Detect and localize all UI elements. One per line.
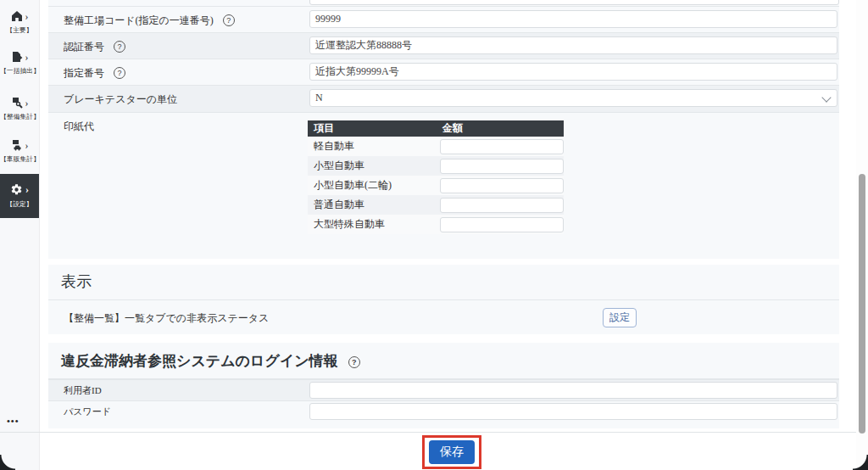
sidebar-item-vehicle-sales-summary[interactable]: › 【車販集計】 <box>0 137 39 166</box>
user-id-input[interactable] <box>309 382 837 399</box>
highlight-annotation-box: 保存 <box>422 435 481 469</box>
table-row: 軽自動車 <box>308 137 564 156</box>
form-row-certification-number: 認証番号 ? <box>48 32 839 59</box>
sidebar-item-batch-export[interactable]: › 【一括抽出】 <box>0 49 39 78</box>
certification-number-input[interactable] <box>309 36 837 54</box>
scrollbar-thumb[interactable] <box>859 174 865 434</box>
chevron-down-icon <box>821 92 831 102</box>
row-label: 軽自動車 <box>308 139 440 154</box>
selected-option: N <box>315 92 323 104</box>
sidebar-item-label: 【車販集計】 <box>0 154 39 164</box>
home-icon <box>11 10 23 22</box>
chevron-right-icon: › <box>25 11 29 21</box>
table-row: 小型自動車(二輪) <box>308 176 564 195</box>
sidebar-item-main[interactable]: › 【主要】 <box>0 8 39 37</box>
clipped-input <box>309 0 839 5</box>
password-row: パスワード <box>48 400 839 422</box>
amount-input-kei[interactable] <box>440 139 564 154</box>
help-icon[interactable]: ? <box>223 14 235 26</box>
row-label: 普通自動車 <box>308 198 440 212</box>
amount-input-ordinary[interactable] <box>440 198 564 213</box>
login-info-section: 違反金滞納者参照システムのログイン情報 ? 利用者ID パスワード <box>48 343 839 428</box>
table-header-row: 項目 金額 <box>308 120 564 137</box>
field-label: 印紙代 <box>64 120 94 132</box>
amount-input-large-special[interactable] <box>440 217 564 232</box>
row-label: 【整備一覧】一覧タブでの非表示ステータス <box>64 311 269 326</box>
display-section: 表示 【整備一覧】一覧タブでの非表示ステータス 設定 <box>48 265 839 334</box>
table-row: 小型自動車 <box>308 156 564 176</box>
amount-input-small[interactable] <box>440 159 564 174</box>
brake-tester-unit-select[interactable]: N <box>309 89 837 107</box>
row-label: 小型自動車 <box>308 159 440 173</box>
hidden-status-row: 【整備一覧】一覧タブでの非表示ステータス 設定 <box>48 300 839 338</box>
sidebar-item-label: 【一括抽出】 <box>0 66 39 76</box>
chevron-right-icon: › <box>25 52 29 62</box>
section-title-login-info: 違反金滞納者参照システムのログイン情報 ? <box>48 343 839 371</box>
section-title-display: 表示 <box>48 265 839 292</box>
amount-input-small-two-wheel[interactable] <box>440 178 564 193</box>
stamp-duty-table: 項目 金額 軽自動車 小型自動車 小型自動車(二輪) 普通自動車 大型特殊自動車 <box>308 120 564 234</box>
sidebar-item-maintenance-summary[interactable]: › 【整備集計】 <box>0 95 39 124</box>
chevron-right-icon: › <box>25 140 29 150</box>
row-label: 大型特殊自動車 <box>308 217 440 232</box>
form-row-factory-code: 整備工場コード(指定の一連番号) ? <box>48 7 839 32</box>
configure-button[interactable]: 設定 <box>603 308 637 327</box>
table-row: 大型特殊自動車 <box>308 215 564 234</box>
column-header-amount: 金額 <box>442 121 564 136</box>
clipped-previous-row <box>48 0 839 7</box>
sidebar-item-settings[interactable]: › 【設定】 <box>0 174 39 218</box>
field-label: 整備工場コード(指定の一連番号) <box>64 14 214 26</box>
chevron-right-icon: › <box>25 184 29 194</box>
sidebar-item-label: 【設定】 <box>6 199 32 209</box>
document-wrench-icon <box>11 97 23 109</box>
more-menu-icon[interactable]: ••• <box>7 416 19 426</box>
chevron-right-icon: › <box>25 98 29 108</box>
footer-divider <box>0 432 856 433</box>
factory-code-input[interactable] <box>309 10 837 28</box>
help-icon[interactable]: ? <box>348 356 360 368</box>
form-row-brake-tester-unit: ブレーキテスターの単位 N <box>48 85 839 112</box>
field-label: パスワード <box>48 406 309 418</box>
designation-number-input[interactable] <box>309 63 837 81</box>
form-row-stamp-duty: 印紙代 項目 金額 軽自動車 小型自動車 小型自動車(二輪) 普通自動車 <box>48 112 839 260</box>
sidebar: › 【主要】 › 【一括抽出】 › 【整備集計】 › 【車販集計】 <box>0 0 40 470</box>
table-row: 普通自動車 <box>308 195 564 215</box>
field-label: 指定番号 <box>64 67 104 79</box>
document-car-icon <box>11 139 23 151</box>
settings-form-section: 整備工場コード(指定の一連番号) ? 認証番号 ? 指定番号 ? ブレーキテスタ… <box>48 0 839 259</box>
field-label: ブレーキテスターの単位 <box>64 93 177 105</box>
field-label: 認証番号 <box>64 41 104 53</box>
document-export-icon <box>11 51 23 63</box>
form-row-designation-number: 指定番号 ? <box>48 59 839 85</box>
field-label: 利用者ID <box>48 384 309 397</box>
user-id-row: 利用者ID <box>48 379 839 400</box>
sidebar-item-label: 【主要】 <box>6 25 32 35</box>
column-header-item: 項目 <box>308 121 442 136</box>
save-button[interactable]: 保存 <box>429 440 475 464</box>
row-label: 小型自動車(二輪) <box>308 178 440 193</box>
sidebar-item-label: 【整備集計】 <box>0 112 39 121</box>
help-icon[interactable]: ? <box>114 41 125 53</box>
help-icon[interactable]: ? <box>114 67 125 79</box>
gear-icon <box>10 183 23 196</box>
password-input[interactable] <box>309 403 837 420</box>
